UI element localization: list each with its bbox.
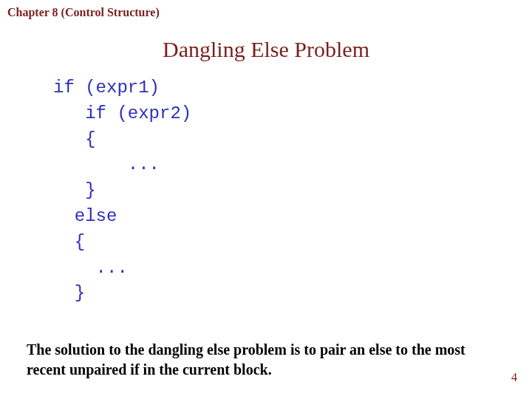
chapter-header: Chapter 8 (Control Structure) [7,6,160,19]
page-number: 4 [511,371,517,384]
slide: Chapter 8 (Control Structure) Dangling E… [0,0,532,399]
slide-title: Dangling Else Problem [0,37,532,62]
conclusion-text: The solution to the dangling else proble… [27,340,488,380]
code-block: if (expr1) if (expr2) { ... } else { ...… [53,75,191,307]
